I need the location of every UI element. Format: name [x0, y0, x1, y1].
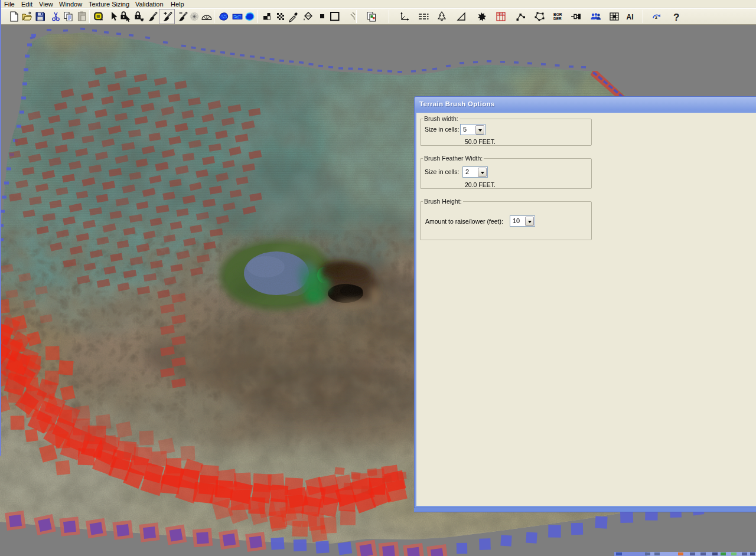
svg-text:BOR: BOR	[553, 12, 562, 17]
svg-text:z: z	[655, 15, 657, 20]
svg-text:?: ?	[673, 12, 679, 22]
svg-text:TRIG: TRIG	[497, 13, 504, 16]
svg-text:DER: DER	[553, 17, 562, 21]
svg-text:AI: AI	[627, 13, 634, 21]
